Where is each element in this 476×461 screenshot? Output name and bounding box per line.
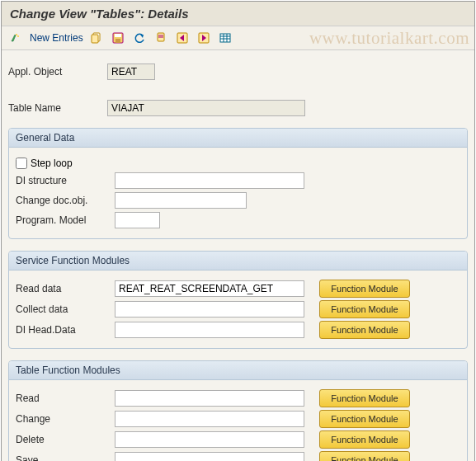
- copy-icon[interactable]: [88, 30, 105, 46]
- change-doc-field[interactable]: [115, 192, 247, 209]
- change-field[interactable]: [115, 411, 304, 427]
- save-label: Save: [16, 454, 115, 461]
- di-structure-field[interactable]: [115, 172, 304, 189]
- program-model-field[interactable]: [115, 212, 160, 228]
- read-fm-button[interactable]: Function Module: [319, 389, 410, 407]
- di-head-data-field[interactable]: [115, 322, 304, 338]
- svg-rect-3: [92, 35, 98, 43]
- step-loop-label: Step loop: [31, 158, 73, 169]
- svg-rect-12: [220, 34, 230, 42]
- change-doc-label: Change doc.obj.: [16, 195, 115, 206]
- appl-object-label: Appl. Object: [8, 66, 107, 78]
- svg-rect-6: [115, 39, 120, 43]
- new-entries-button[interactable]: New Entries: [30, 32, 83, 44]
- toolbar: New Entries www.tutorialkart.com: [2, 26, 474, 50]
- delete-field[interactable]: [115, 431, 304, 448]
- body-area: Appl. Object Table Name General Data Ste…: [2, 50, 474, 461]
- watermark: www.tutorialkart.com: [309, 28, 469, 49]
- toggle-icon[interactable]: [8, 30, 25, 46]
- table-name-field: [107, 100, 305, 116]
- delete-label: Delete: [16, 434, 115, 445]
- undo-icon[interactable]: [131, 30, 148, 46]
- svg-rect-5: [115, 34, 121, 37]
- table-fm-group: Table Function Modules Read Function Mod…: [8, 360, 468, 461]
- save-icon[interactable]: [110, 30, 126, 46]
- read-data-field[interactable]: [115, 280, 304, 297]
- read-field[interactable]: [115, 390, 304, 407]
- collect-data-fm-button[interactable]: Function Module: [319, 300, 410, 318]
- svg-point-1: [17, 35, 19, 37]
- page-title: Change View "Tables": Details: [2, 2, 474, 26]
- general-data-group: General Data Step loop DI structure Chan…: [8, 128, 468, 239]
- svg-point-0: [16, 34, 17, 35]
- table-name-label: Table Name: [8, 102, 107, 114]
- change-label: Change: [16, 413, 115, 425]
- table-icon[interactable]: [217, 30, 233, 46]
- read-data-fm-button[interactable]: Function Module: [319, 280, 410, 298]
- save-field[interactable]: [115, 452, 304, 461]
- appl-object-field: [107, 64, 155, 80]
- service-fm-group: Service Function Modules Read data Funct…: [8, 251, 468, 349]
- read-label: Read: [16, 393, 115, 404]
- save-fm-button[interactable]: Function Module: [319, 451, 410, 461]
- change-fm-button[interactable]: Function Module: [319, 410, 410, 428]
- general-data-header: General Data: [9, 129, 467, 148]
- next-icon[interactable]: [196, 30, 212, 46]
- table-fm-header: Table Function Modules: [9, 361, 467, 380]
- di-head-data-fm-button[interactable]: Function Module: [319, 321, 410, 339]
- collect-data-label: Collect data: [16, 303, 115, 315]
- sap-window: Change View "Tables": Details New Entrie…: [1, 1, 475, 461]
- program-model-label: Program. Model: [16, 214, 115, 226]
- step-loop-checkbox[interactable]: [16, 158, 27, 169]
- di-structure-label: DI structure: [16, 175, 115, 186]
- delete-icon[interactable]: [153, 30, 169, 46]
- prev-icon[interactable]: [174, 30, 191, 46]
- service-fm-header: Service Function Modules: [9, 252, 467, 270]
- di-head-data-label: DI Head.Data: [16, 324, 115, 336]
- collect-data-field[interactable]: [115, 301, 304, 318]
- delete-fm-button[interactable]: Function Module: [319, 430, 410, 449]
- read-data-label: Read data: [16, 283, 115, 294]
